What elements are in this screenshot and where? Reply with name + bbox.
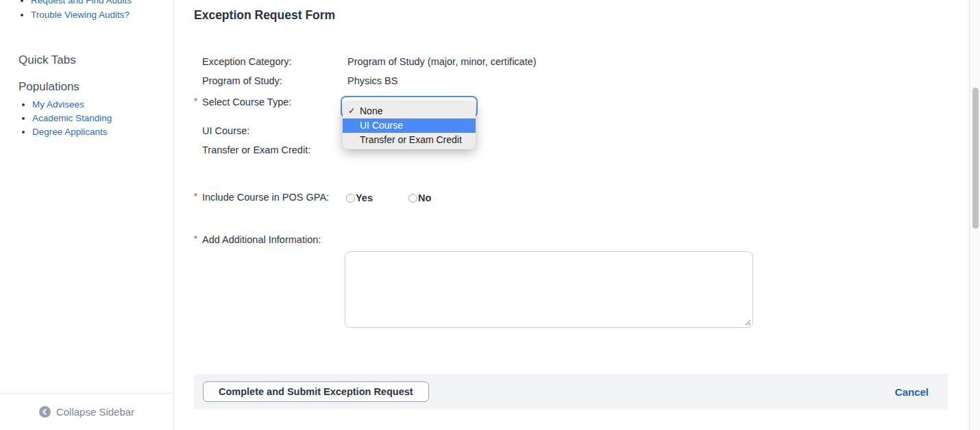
- vertical-scrollbar-track[interactable]: [969, 0, 980, 430]
- gpa-no-radio[interactable]: [408, 194, 417, 203]
- menu-option-none[interactable]: ✓ None: [343, 104, 476, 118]
- collapse-sidebar-button[interactable]: Collapse Sidebar: [0, 393, 173, 430]
- program-of-study-label: * Program of Study:: [194, 75, 282, 86]
- select-course-type-label: * Select Course Type:: [194, 97, 291, 108]
- degree-applicants-link[interactable]: Degree Applicants: [32, 127, 108, 137]
- menu-option-ui-course[interactable]: UI Course: [343, 118, 476, 133]
- sidebar: Request and Find Audits Trouble Viewing …: [0, 0, 174, 430]
- page-title: Exception Request Form: [194, 8, 335, 23]
- bullet-icon: [22, 117, 25, 120]
- sidebar-item-academic-standing[interactable]: Academic Standing: [22, 113, 112, 123]
- gpa-no-label: No: [418, 192, 431, 203]
- course-type-dropdown-menu: ✓ None UI Course Transfer or Exam Credit: [343, 102, 476, 149]
- required-asterisk: *: [194, 96, 199, 106]
- bullet-icon: [22, 131, 25, 134]
- bullet-icon: [22, 103, 25, 106]
- sidebar-item-degree-applicants[interactable]: Degree Applicants: [22, 127, 108, 137]
- academic-standing-link[interactable]: Academic Standing: [32, 113, 112, 123]
- required-asterisk: *: [194, 233, 199, 244]
- complete-submit-button[interactable]: Complete and Submit Exception Request: [203, 381, 429, 402]
- bullet-icon: [21, 0, 23, 2]
- form-action-bar: Complete and Submit Exception Request Ca…: [194, 374, 948, 409]
- ui-course-label: * UI Course:: [194, 125, 249, 136]
- my-advisees-link[interactable]: My Advisees: [32, 99, 84, 110]
- exception-category-value: Program of Study (major, minor, certific…: [347, 56, 537, 67]
- trouble-viewing-audits-link[interactable]: Trouble Viewing Audits?: [31, 10, 130, 20]
- additional-info-textarea[interactable]: [345, 251, 753, 328]
- collapse-sidebar-label: Collapse Sidebar: [56, 406, 134, 418]
- quick-tabs-heading: Quick Tabs: [19, 53, 76, 67]
- request-and-find-audits-link[interactable]: Request and Find Audits: [31, 0, 132, 5]
- include-gpa-radio-group: Yes No: [346, 192, 431, 203]
- include-gpa-label: * Include Course in POS GPA:: [194, 192, 329, 203]
- program-of-study-value: Physics BS: [347, 75, 397, 86]
- bullet-icon: [21, 14, 23, 16]
- populations-heading: Populations: [19, 80, 79, 94]
- exception-category-label: * Exception Category:: [194, 56, 292, 67]
- cancel-link[interactable]: Cancel: [895, 386, 929, 398]
- sidebar-item-trouble-viewing[interactable]: Trouble Viewing Audits?: [21, 10, 130, 20]
- vertical-scrollbar-thumb[interactable]: [972, 88, 979, 229]
- additional-info-label: * Add Additional Information:: [194, 234, 321, 245]
- main-content: Exception Request Form * Exception Categ…: [175, 0, 969, 430]
- gpa-yes-label: Yes: [356, 192, 373, 203]
- menu-option-transfer-exam-credit[interactable]: Transfer or Exam Credit: [343, 133, 476, 147]
- sidebar-item-my-advisees[interactable]: My Advisees: [22, 99, 84, 110]
- gpa-yes-radio[interactable]: [346, 194, 355, 203]
- required-asterisk: *: [194, 191, 199, 201]
- exception-request-page: Request and Find Audits Trouble Viewing …: [0, 0, 980, 430]
- checkmark-icon: ✓: [348, 104, 355, 118]
- transfer-exam-credit-label: * Transfer or Exam Credit:: [194, 144, 310, 155]
- sidebar-item-request-audits[interactable]: Request and Find Audits: [21, 0, 132, 5]
- collapse-chevron-icon: [39, 406, 51, 418]
